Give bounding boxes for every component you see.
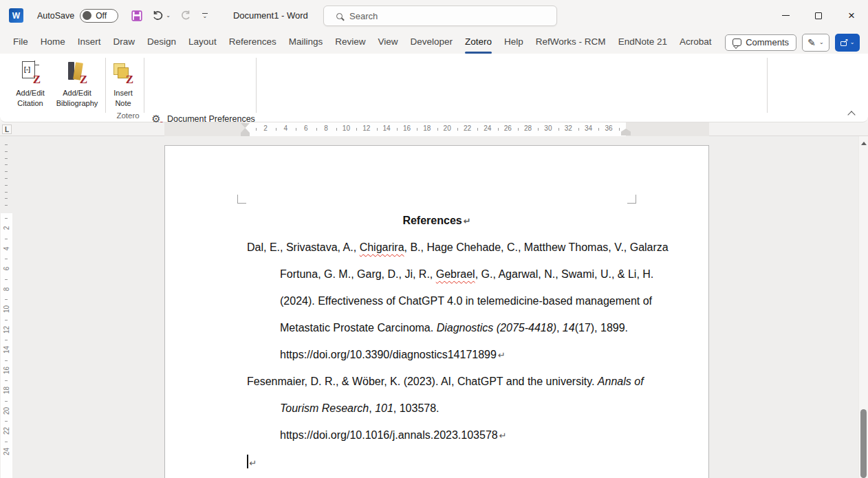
ruler-tick	[518, 128, 519, 131]
ruler-number: 20	[3, 406, 10, 415]
ruler-tick	[5, 360, 8, 361]
button-label-line1: Add/Edit	[51, 88, 103, 98]
save-button[interactable]	[129, 8, 144, 23]
tab-home[interactable]: Home	[34, 31, 72, 54]
scrollbar-thumb[interactable]	[860, 409, 867, 478]
document-text-line[interactable]: Fortuna, G. M., Garg, D., Ji, R., Gebrae…	[280, 267, 653, 281]
tab-stop-selector[interactable]: L	[2, 124, 12, 134]
insert-note-button[interactable]: Z Insert Note	[107, 56, 139, 118]
tab-view[interactable]: View	[371, 31, 404, 54]
collapse-ribbon-button[interactable]	[847, 109, 856, 118]
ruler-margin-left	[164, 122, 245, 136]
ruler-tick	[296, 128, 296, 131]
editing-mode-button[interactable]: ✎ ⌄	[802, 34, 829, 52]
group-separator	[144, 58, 144, 113]
ruler-number: 14	[383, 124, 391, 132]
document-text-line[interactable]: Metastatic Prostate Carcinoma. Diagnosti…	[280, 321, 628, 335]
add-edit-citation-button[interactable]: [-]Z Add/Edit Citation	[10, 56, 51, 118]
tab-mailings[interactable]: Mailings	[283, 31, 329, 54]
maximize-icon	[815, 12, 822, 19]
ruler-number: 18	[423, 124, 431, 132]
ruler-tick	[276, 128, 276, 131]
text-segment: (17), 1899.	[575, 322, 628, 334]
ruler-number: 22	[464, 124, 471, 132]
text-segment: Fesenmaier, D. R., & Wöber, K. (2023). A…	[247, 376, 598, 387]
text-segment: 101	[375, 402, 393, 414]
comment-bubble-icon	[733, 39, 741, 46]
maximize-button[interactable]	[802, 0, 835, 31]
comments-button[interactable]: Comments	[725, 34, 796, 51]
ruler-number: 32	[565, 124, 572, 132]
ruler-tick	[5, 259, 8, 259]
tab-draw[interactable]: Draw	[107, 31, 142, 54]
ruler-number: 34	[585, 124, 592, 132]
document-text-line[interactable]: Dal, E., Srivastava, A., Chigarira, B., …	[247, 240, 669, 254]
comments-label: Comments	[746, 37, 789, 47]
tab-zotero[interactable]: Zotero	[459, 31, 498, 54]
paragraph-mark-icon: ↵	[498, 350, 506, 360]
tab-file[interactable]: File	[7, 31, 34, 54]
document-text-line[interactable]: https://doi.org/10.3390/diagnostics14171…	[280, 347, 506, 362]
ruler-tick	[5, 151, 8, 152]
tab-insert[interactable]: Insert	[72, 31, 107, 54]
ruler-tick	[316, 128, 317, 131]
vertical-scrollbar[interactable]	[858, 136, 868, 478]
group-separator	[767, 58, 768, 113]
add-edit-bibliography-button[interactable]: Z Add/Edit Bibliography	[51, 56, 103, 118]
ruler-tick	[5, 178, 8, 179]
autosave-toggle[interactable]: Off	[80, 9, 118, 23]
tab-help[interactable]: Help	[498, 31, 530, 54]
text-segment: Dal, E., Srivastava, A.,	[247, 241, 360, 253]
document-text-line[interactable]: https://doi.org/10.1016/j.annals.2023.10…	[280, 428, 507, 443]
paragraph-mark-icon: ↵	[464, 216, 471, 226]
ruler-number: 28	[524, 124, 532, 132]
tab-refworks-rcm[interactable]: RefWorks - RCM	[530, 31, 612, 54]
tab-references[interactable]: References	[223, 31, 283, 54]
ruler-tick	[578, 128, 579, 131]
tab-design[interactable]: Design	[141, 31, 182, 54]
document-heading[interactable]: References↵	[165, 213, 708, 228]
ruler-number: 10	[343, 124, 350, 132]
tab-endnote-21[interactable]: EndNote 21	[612, 31, 673, 54]
button-label-line2: Citation	[10, 98, 51, 109]
word-logo-icon: W	[9, 8, 23, 23]
undo-button[interactable]: ⌄	[150, 8, 173, 23]
share-dropdown-icon: ⌄	[850, 39, 855, 45]
ruler-number: 24	[484, 124, 491, 132]
ruler-tick	[5, 279, 8, 280]
ruler-number: 2	[263, 124, 268, 132]
tab-acrobat[interactable]: Acrobat	[673, 31, 718, 54]
ruler-tick	[5, 239, 8, 239]
title-bar: W AutoSave Off ⌄ ⌄	[0, 0, 868, 31]
ruler-number: 8	[3, 285, 10, 293]
document-text-line[interactable]: ↵	[247, 455, 257, 470]
tab-review[interactable]: Review	[329, 31, 371, 54]
document-page[interactable]: References↵Dal, E., Srivastava, A., Chig…	[164, 145, 709, 478]
search-input[interactable]: Search	[323, 6, 557, 26]
save-icon	[131, 10, 142, 21]
ruler-tick	[5, 158, 8, 159]
minimize-button[interactable]	[769, 0, 802, 31]
redo-button[interactable]	[178, 8, 193, 23]
scroll-up-arrow-icon[interactable]	[861, 142, 867, 145]
ruler-number: 24	[3, 447, 10, 455]
close-button[interactable]: ×	[835, 0, 868, 31]
document-text-line[interactable]: Tourism Research, 101, 103578.	[280, 401, 440, 415]
share-button[interactable]: ↗ ⌄	[835, 34, 860, 52]
ruler-tick	[5, 144, 8, 145]
customize-quick-access-button[interactable]: ⌄	[200, 11, 210, 21]
tab-developer[interactable]: Developer	[404, 31, 459, 54]
share-icon: ↗	[840, 39, 848, 46]
ruler-number: 16	[3, 366, 10, 374]
document-text-line[interactable]: (2024). Effectiveness of ChatGPT 4.0 in …	[280, 294, 652, 308]
text-segment: Tourism Research	[280, 402, 369, 414]
document-text-line[interactable]: Fesenmaier, D. R., & Wöber, K. (2023). A…	[247, 374, 644, 389]
ruler-number: 8	[324, 124, 328, 132]
ruler-tick	[437, 128, 438, 131]
text-segment: ,	[369, 402, 375, 414]
ruler-tick	[377, 128, 378, 131]
horizontal-ruler: L 24681012141618202224262830323436	[0, 122, 868, 136]
minimize-icon	[782, 15, 790, 16]
tab-layout[interactable]: Layout	[182, 31, 223, 54]
text-segment: , B., Hage Chehade, C., Matthew Thomas, …	[404, 241, 669, 253]
